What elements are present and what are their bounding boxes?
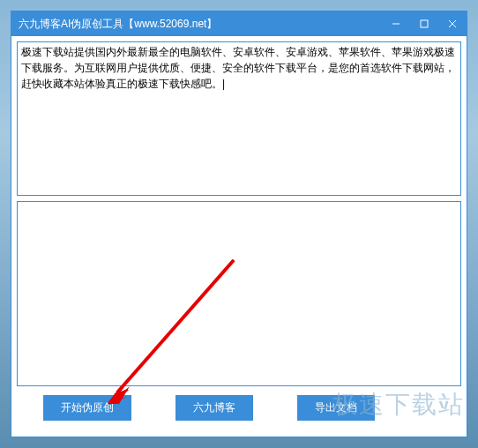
blog-button[interactable]: 六九博客 (176, 395, 253, 421)
app-window: 六九博客AI伪原创工具【www.52069.net】 开始伪原创 六九博客 导出… (11, 11, 467, 437)
close-button[interactable] (438, 11, 467, 36)
button-row: 开始伪原创 六九博客 导出文档 (17, 392, 461, 428)
start-button[interactable]: 开始伪原创 (43, 395, 131, 421)
output-textarea[interactable] (17, 201, 461, 386)
window-title: 六九博客AI伪原创工具【www.52069.net】 (19, 17, 217, 32)
minimize-button[interactable] (382, 11, 410, 36)
export-button[interactable]: 导出文档 (297, 395, 375, 421)
window-controls (382, 11, 467, 36)
maximize-button[interactable] (410, 11, 438, 36)
titlebar: 六九博客AI伪原创工具【www.52069.net】 (11, 11, 467, 36)
content-area: 开始伪原创 六九博客 导出文档 (11, 36, 467, 437)
svg-rect-1 (421, 20, 428, 27)
input-textarea[interactable] (17, 41, 461, 196)
